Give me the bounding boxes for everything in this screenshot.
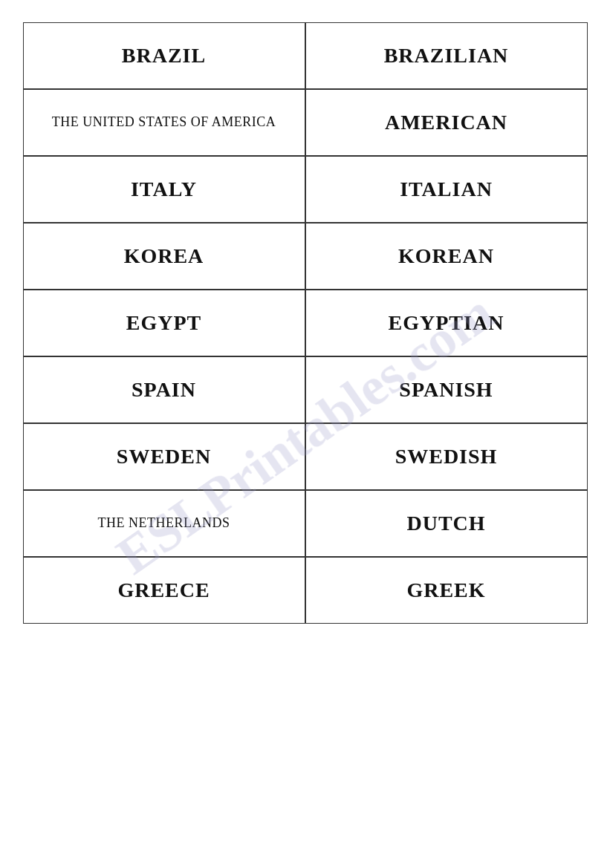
card-2: BRAZILIAN (305, 22, 588, 89)
card-4: AMERICAN (305, 89, 588, 156)
card-6: ITALIAN (305, 156, 588, 223)
card-18: GREEK (305, 557, 588, 624)
card-13: SWEDEN (23, 423, 305, 490)
card-15: THE NETHERLANDS (23, 490, 305, 557)
card-8: KOREAN (305, 223, 588, 290)
card-17: GREECE (23, 557, 305, 624)
card-11: SPAIN (23, 356, 305, 423)
card-12: SPANISH (305, 356, 588, 423)
card-16: DUTCH (305, 490, 588, 557)
card-1: BRAZIL (23, 22, 305, 89)
card-5: ITALY (23, 156, 305, 223)
card-14: SWEDISH (305, 423, 588, 490)
card-10: EGYPTIAN (305, 290, 588, 356)
card-7: KOREA (23, 223, 305, 290)
card-9: EGYPT (23, 290, 305, 356)
cards-grid: BRAZILBRAZILIANTHE UNITED STATES OF AMER… (23, 22, 588, 624)
card-3: THE UNITED STATES OF AMERICA (23, 89, 305, 156)
